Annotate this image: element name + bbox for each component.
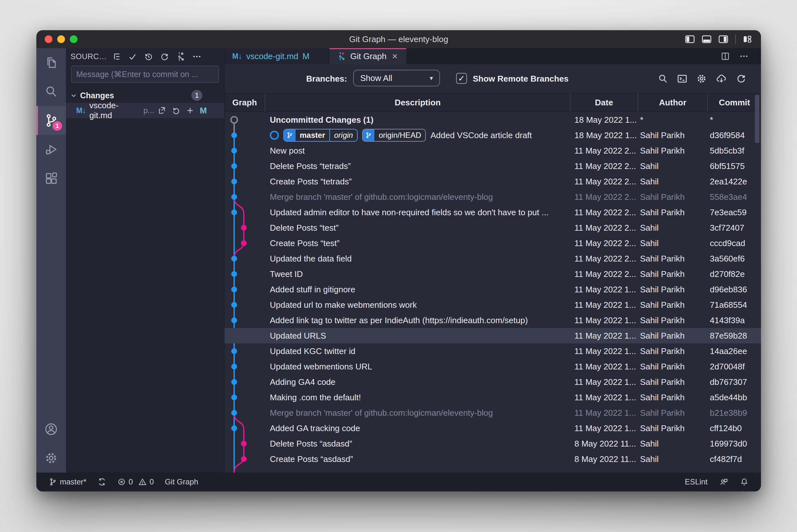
commit-row[interactable]: Merge branch 'master' of github.com:logi… [224,405,761,420]
traffic-lights [45,30,77,48]
commit-row[interactable]: Create Posts “asdasd”8 May 2022 11...Sah… [224,451,761,467]
notifications-status-item[interactable] [740,477,749,487]
commit-row[interactable]: Delete Posts “test”11 May 2022 2...Sahil… [224,220,761,235]
commit-author: Sahil Parikh [637,146,707,156]
sidebar-item-accounts[interactable] [36,415,66,444]
sidebar-item-source-control[interactable]: 1 [36,106,66,135]
commit-row[interactable]: Merge branch 'master' of github.com:logi… [224,189,761,205]
eslint-status-item[interactable]: ESLint [685,477,708,487]
customize-layout-icon[interactable] [743,35,752,43]
eslint-label: ESLint [685,477,708,487]
commit-row[interactable]: Updated webmentions URL11 May 2022 1...S… [224,359,761,374]
commit-rows: Uncommitted Changes (1)18 May 2022 1...*… [224,112,761,467]
split-editor-icon[interactable] [721,51,730,61]
close-icon[interactable]: × [392,51,398,61]
commit-hash: 87e59b28 [707,331,761,341]
zoom-window-button[interactable] [70,35,77,43]
feedback-icon [719,477,728,487]
feedback-status-item[interactable] [719,477,728,487]
commit-message-input[interactable] [71,65,219,83]
view-as-tree-icon[interactable] [112,52,121,61]
commit-row[interactable]: Updated KGC twitter id11 May 2022 1...Sa… [224,343,761,359]
more-actions-icon[interactable] [192,52,202,61]
checkmark-icon: ✓ [458,74,465,83]
commit-date: 11 May 2022 2... [570,146,637,156]
commit-date: 11 May 2022 1... [570,300,637,310]
commit-hash: 3a560ef6 [707,254,761,264]
git-branch-icon [284,130,295,141]
branches-dropdown[interactable]: Show All ▾ [353,70,440,87]
open-file-icon[interactable] [157,106,166,115]
fetch-icon[interactable] [715,73,727,84]
more-actions-icon[interactable] [739,51,749,61]
activity-bar: 1 [36,48,66,473]
commit-date: 11 May 2022 1... [570,285,637,294]
desktop-background: Git Graph — eleventy-blog [0,0,797,532]
commit-row[interactable]: Updated URLS11 May 2022 1...Sahil Parikh… [224,328,761,343]
commit-row[interactable]: Updated admin editor to have non-require… [224,205,761,220]
tab-label: vscode-git.md [247,51,298,61]
minimize-window-button[interactable] [57,35,65,43]
commit-row[interactable]: masteroriginorigin/HEADAdded VSCode arti… [224,128,761,143]
commit-message: Uncommitted Changes (1) [270,115,374,125]
toggle-panel-icon[interactable] [702,35,711,43]
commit-row[interactable]: Create Posts “tetrads”11 May 2022 2...Sa… [224,174,761,189]
commit-date: 8 May 2022 11... [570,454,637,464]
commit-row[interactable]: Updated url to make webmentions work11 M… [224,297,761,312]
extensions-icon [44,171,58,185]
show-remote-branches-checkbox[interactable]: ✓ [456,73,467,84]
scrollbar-thumb[interactable] [755,95,759,143]
commit-row[interactable]: Making .com the default!11 May 2022 1...… [224,390,761,405]
sidebar-item-run-debug[interactable] [36,135,66,164]
commit-hash: 558e3ae4 [707,192,761,202]
commit-row[interactable]: Added link tag to twitter as per IndieAu… [224,312,761,328]
tab-vscode-git-md[interactable]: M↓ vscode-git.md M [224,48,329,64]
commit-row[interactable]: Uncommitted Changes (1)18 May 2022 1...*… [224,112,761,128]
toggle-primary-sidebar-icon[interactable] [685,35,695,43]
git-graph-status-item[interactable]: Git Graph [165,477,198,487]
discard-changes-icon[interactable] [171,106,180,115]
commit-head-indicator [270,131,279,140]
sidebar-item-extensions[interactable] [36,164,66,193]
warning-count: 0 [149,477,154,487]
sync-status-item[interactable] [97,477,107,487]
commit-message: Added stuff in gitignore [270,285,355,294]
stage-changes-icon[interactable] [185,106,195,115]
commit-row[interactable]: Added stuff in gitignore11 May 2022 1...… [224,282,761,297]
branch-badge[interactable]: masterorigin [283,129,358,142]
close-window-button[interactable] [45,35,52,43]
commit-author: Sahil Parikh [637,316,707,325]
history-icon[interactable] [144,52,153,61]
settings-icon[interactable] [696,73,707,84]
find-commit-icon[interactable] [657,73,668,84]
sidebar-item-search[interactable] [36,77,66,106]
editor-area: M↓ vscode-git.md M Git Graph × [224,48,761,473]
commit-row[interactable]: Added GA tracking code11 May 2022 1...Sa… [224,420,761,436]
commit-description-cell: Added link tag to twitter as per IndieAu… [265,316,570,325]
account-icon [44,422,58,436]
branch-badge[interactable]: origin/HEAD [362,129,426,142]
changed-file-row[interactable]: M↓ vscode-git.md p... M [66,103,224,118]
commit-row[interactable]: Adding GA4 code11 May 2022 1...Sahil Par… [224,374,761,390]
commit-row[interactable]: New post11 May 2022 2...Sahil Parikh5db5… [224,143,761,158]
toggle-secondary-sidebar-icon[interactable] [719,35,728,43]
sidebar-item-explorer[interactable] [36,48,66,77]
terminal-icon[interactable] [677,73,688,84]
commit-row[interactable]: Create Posts “test”11 May 2022 2...Sahil… [224,235,761,251]
commit-author: Sahil Parikh [637,300,707,310]
problems-status-item[interactable]: 0 0 [117,477,154,487]
git-graph-view-icon[interactable] [176,52,185,61]
refresh-icon[interactable] [160,52,169,61]
commit-check-icon[interactable] [128,52,137,61]
tab-git-graph[interactable]: Git Graph × [329,48,406,64]
commit-row[interactable]: Updated the data field11 May 2022 2...Sa… [224,251,761,266]
chevron-down-icon [70,92,77,99]
refresh-icon[interactable] [736,73,747,84]
commit-row[interactable]: Delete Posts “asdasd”8 May 2022 11...Sah… [224,436,761,451]
sidebar-item-settings[interactable] [36,444,66,473]
branch-status-item[interactable]: master* [49,477,87,487]
search-icon [44,84,58,99]
commit-date: 11 May 2022 1... [570,423,637,433]
commit-row[interactable]: Tweet ID11 May 2022 2...Sahil Parikhd270… [224,266,761,282]
commit-row[interactable]: Delete Posts “tetrads”11 May 2022 2...Sa… [224,158,761,174]
